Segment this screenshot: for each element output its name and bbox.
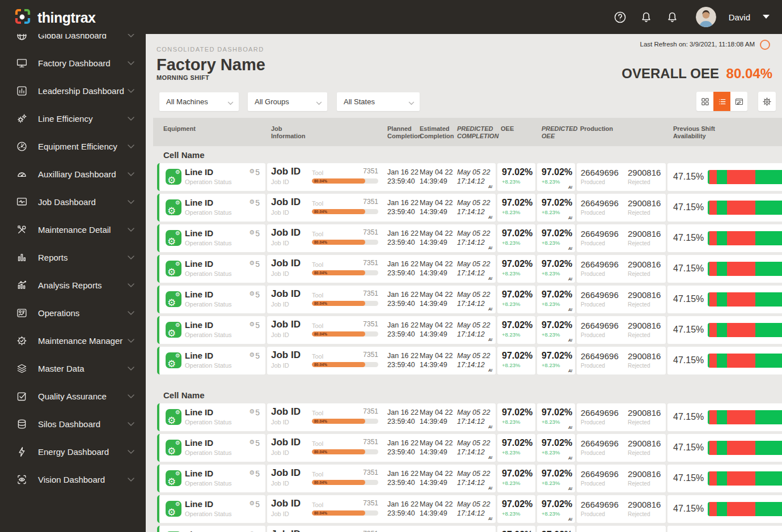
line-id: Line ID — [185, 320, 232, 330]
help-icon[interactable] — [613, 10, 628, 24]
settings-gear-button[interactable] — [758, 92, 776, 111]
gear-icon: ⚙ — [249, 198, 255, 206]
oee-cell: 97.02% +8.23% — [497, 286, 535, 313]
estimated-completion: May 04 2214:39:49 — [420, 469, 453, 487]
alerts-bell-icon[interactable] — [665, 10, 680, 24]
predicted-oee-delta: +8.23% — [542, 209, 575, 215]
rejected-value: 2900816 — [628, 290, 661, 300]
availability-value: 47.15% — [673, 202, 704, 212]
tool-progress-bar: 80.04% — [312, 209, 378, 214]
produced-value: 26649696 — [581, 500, 619, 509]
tool-block: Tool 7351 80.04% — [312, 290, 378, 300]
sidebar-item-analysis-reports[interactable]: Analysis Reports — [0, 271, 146, 299]
tool-progress-fill: 80.04% — [312, 331, 365, 337]
tool-progress-bar: 80.04% — [312, 331, 378, 337]
table-row[interactable]: ⚙⚙ Line ID Operation Status ⚙5 Job ID Jo… — [153, 434, 782, 462]
tool-label: Tool — [312, 292, 323, 299]
rejected-label: Rejected — [628, 271, 661, 277]
availability-cell: 47.15% — [667, 255, 782, 283]
brand-name: thingtrax — [37, 10, 95, 26]
chart-line-bars-icon — [15, 279, 28, 292]
sidebar-item-line-efficiency[interactable]: Line Efficiency — [0, 105, 146, 133]
predicted-oee-value: 97.02% — [542, 228, 575, 239]
sidebar-item-energy-dashboard[interactable]: Energy Dashboard — [0, 438, 146, 466]
user-avatar[interactable] — [696, 7, 716, 27]
user-menu-caret-icon[interactable] — [763, 15, 770, 19]
grid-view-button[interactable] — [696, 92, 713, 111]
sidebar-item-auxilliary-dashboard[interactable]: Auxilliary Dashboard — [0, 160, 146, 188]
line-id: Line ID — [185, 228, 232, 238]
oee-cell: 97.02% +8.23% — [497, 495, 535, 523]
produced-value: 26649696 — [581, 290, 619, 300]
machines-filter-select[interactable]: All Machines — [159, 92, 239, 111]
sidebar-item-factory-dashboard[interactable]: Factory Dashboard — [0, 49, 146, 77]
sidebar-item-quality-assurance[interactable]: Quality Assurance — [0, 382, 146, 410]
machine-count: ⚙5 — [249, 500, 260, 509]
table-row[interactable]: ⚙⚙ Line ID Operation Status ⚙5 Job ID Jo… — [153, 526, 782, 532]
availability-value: 47.15% — [673, 473, 704, 483]
tool-label: Tool — [312, 261, 323, 268]
table-row[interactable]: ⚙⚙ Line ID Operation Status ⚙5 Job ID Jo… — [153, 286, 782, 313]
availability-segment-green — [755, 170, 782, 184]
rejected-value: 2900816 — [628, 229, 661, 239]
availability-bar — [708, 231, 782, 245]
oee-delta: +8.23% — [502, 419, 535, 425]
table-row[interactable]: ⚙⚙ Line ID Operation Status ⚙5 Job ID Jo… — [153, 255, 782, 283]
table-row[interactable]: ⚙⚙ Line ID Operation Status ⚙5 Job ID Jo… — [153, 316, 782, 344]
table-row[interactable]: ⚙⚙ Line ID Operation Status ⚙5 Job ID Jo… — [153, 194, 782, 222]
availability-segment-red — [709, 354, 717, 368]
sidebar-item-master-data[interactable]: Master Data — [0, 355, 146, 382]
table-row[interactable]: ⚙⚙ Line ID Operation Status ⚙5 Job ID Jo… — [153, 347, 782, 374]
sidebar-item-equipment-efficiency[interactable]: Equipment Efficiency — [0, 133, 146, 160]
groups-filter-value: All Groups — [255, 97, 289, 106]
table-row[interactable]: ⚙⚙ Line ID Operation Status ⚙5 Job ID Jo… — [153, 163, 782, 191]
tool-label: Tool — [312, 501, 323, 508]
table-row[interactable]: ⚙⚙ Line ID Operation Status ⚙5 Job ID Jo… — [153, 224, 782, 252]
predicted-completion: May 05 2217:14:12 — [457, 321, 490, 339]
availability-segment-green — [755, 441, 782, 455]
table-row[interactable]: ⚙⚙ Line ID Operation Status ⚙5 Job ID Jo… — [153, 465, 782, 492]
production-cell: 26649696 Produced 2900816 Rejected — [577, 316, 666, 344]
filter-bar: All Machines All Groups All States — [159, 92, 420, 111]
sidebar-item-maintenance-manager[interactable]: Maintenance Manager — [0, 327, 146, 355]
sidebar-item-vision-dashboard[interactable]: Vision Dashboard — [0, 466, 146, 493]
oee-value: 97.02% — [502, 351, 535, 361]
sidebar-item-leadership-dashboard[interactable]: Leadership Dashboard — [0, 77, 146, 105]
availability-cell: 47.15% — [667, 224, 782, 252]
sidebar-item-reports[interactable]: Reports — [0, 244, 146, 271]
brand-logo[interactable]: thingtrax — [14, 7, 95, 28]
window-view-button[interactable] — [730, 92, 747, 111]
list-view-button[interactable] — [713, 92, 730, 111]
tool-value: 7351 — [363, 530, 378, 532]
sidebar-item-operations[interactable]: Operations — [0, 299, 146, 327]
table-row[interactable]: ⚙⚙ Line ID Operation Status ⚙5 Job ID Jo… — [153, 403, 782, 431]
availability-cell: 47.15% — [667, 163, 782, 191]
table-row[interactable]: ⚙⚙ Line ID Operation Status ⚙5 Job ID Jo… — [153, 495, 782, 523]
column-header-predicted-oee: PREDICTEDOEE — [542, 125, 578, 139]
sidebar-item-label: Auxilliary Dashboard — [38, 169, 116, 179]
sidebar-item-job-dashboard[interactable]: Job Dashboard — [0, 188, 146, 216]
tool-block: Tool 7351 80.04% — [312, 167, 378, 177]
production-cell: 26649696 Produced 2900816 Rejected — [577, 163, 666, 191]
predicted-oee-value: 97.02% — [542, 167, 575, 177]
oee-delta: +8.23% — [502, 209, 535, 215]
production-cell: 26649696 Produced 2900816 Rejected — [577, 255, 666, 283]
chevron-down-icon — [128, 339, 134, 343]
notifications-bell-icon[interactable] — [639, 10, 654, 24]
rejected-label: Rejected — [628, 332, 661, 338]
user-name[interactable]: David — [729, 12, 750, 22]
sidebar-item-maintenance-detail[interactable]: Maintenance Detail — [0, 216, 146, 244]
predicted-oee-delta: +8.23% — [542, 270, 575, 276]
sidebar-item-label: Master Data — [38, 364, 84, 373]
refresh-indicator[interactable] — [760, 40, 770, 50]
availability-value: 47.15% — [673, 263, 704, 274]
groups-filter-select[interactable]: All Groups — [248, 92, 327, 111]
states-filter-select[interactable]: All States — [337, 92, 420, 111]
availability-bar — [708, 292, 782, 307]
tool-value: 7351 — [363, 290, 378, 297]
job-information-cell: Job ID Job ID Tool 7351 80.04% Jan 16 22… — [267, 465, 496, 492]
sidebar-item-silos-dashboard[interactable]: Silos Dashboard — [0, 410, 146, 438]
chevron-down-icon — [128, 117, 134, 121]
predicted-oee-delta: +8.23% — [542, 301, 575, 307]
tool-progress-label: 80.04% — [314, 363, 327, 367]
